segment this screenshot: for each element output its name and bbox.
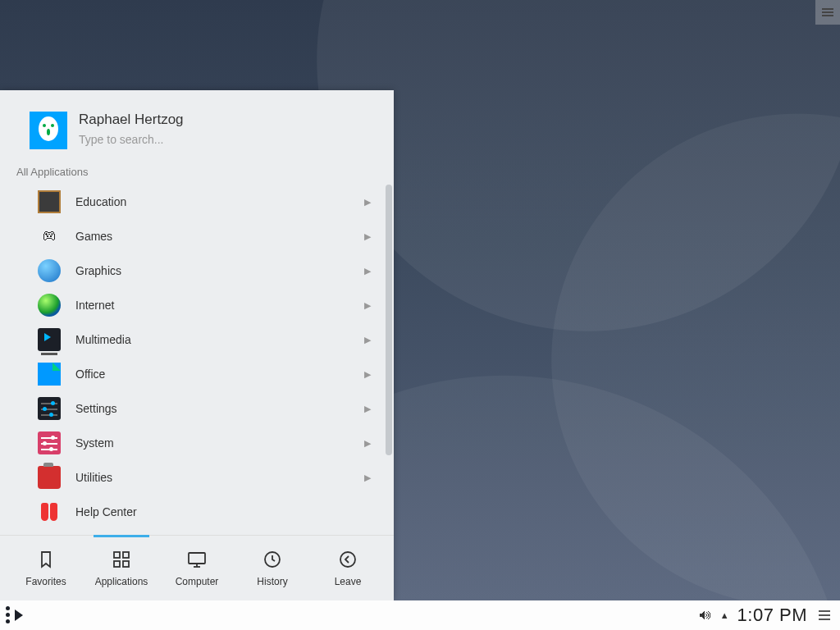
application-launcher-menu: Raphael Hertzog All Applications Educati… <box>0 90 394 600</box>
category-item-multimedia[interactable]: Multimedia▶ <box>0 322 387 357</box>
tab-leave[interactable]: Leave <box>310 536 386 600</box>
category-label: System <box>75 436 349 450</box>
back-circle-icon <box>338 550 358 569</box>
chevron-right-icon: ▶ <box>364 231 371 242</box>
tab-computer[interactable]: Computer <box>159 536 235 600</box>
tab-label: Favorites <box>25 576 66 587</box>
tab-applications[interactable]: Applications <box>84 536 159 600</box>
tab-history[interactable]: History <box>235 536 310 600</box>
search-input[interactable] <box>79 133 377 146</box>
tray-expand-arrow[interactable]: ▲ <box>720 610 729 620</box>
tab-label: Applications <box>95 576 148 587</box>
category-item-games[interactable]: 🎮︎Games▶ <box>0 219 387 253</box>
svg-rect-5 <box>123 552 129 558</box>
launcher-tabs: FavoritesApplicationsComputerHistoryLeav… <box>0 535 394 600</box>
category-item-settings[interactable]: Settings▶ <box>0 391 387 426</box>
system-tray: 🔊︎ ▲ 1:07 PM <box>699 605 840 626</box>
volume-icon[interactable]: 🔊︎ <box>699 608 712 623</box>
plasma-logo-icon <box>4 605 25 626</box>
chevron-right-icon: ▶ <box>364 404 371 414</box>
svg-rect-4 <box>114 552 120 558</box>
category-item-graphics[interactable]: Graphics▶ <box>0 253 387 288</box>
clock[interactable]: 1:07 PM <box>737 605 807 626</box>
category-label: Utilities <box>75 471 349 484</box>
chevron-right-icon: ▶ <box>364 369 371 380</box>
bookmark-icon <box>36 550 56 569</box>
svg-rect-6 <box>114 561 120 567</box>
category-label: Multimedia <box>75 333 349 346</box>
category-label: Office <box>75 368 349 381</box>
office-icon <box>38 363 61 386</box>
tab-favorites[interactable]: Favorites <box>8 536 84 600</box>
category-label: Help Center <box>75 505 371 518</box>
category-item-system[interactable]: System▶ <box>0 426 387 460</box>
category-label: Internet <box>75 299 349 312</box>
category-item-help-center[interactable]: Help Center <box>0 495 387 529</box>
hamburger-icon <box>822 8 833 16</box>
category-label: Education <box>75 195 349 208</box>
grid-icon <box>112 550 131 569</box>
user-avatar[interactable] <box>30 112 67 149</box>
svg-point-3 <box>47 129 50 135</box>
system-icon <box>38 431 61 454</box>
desktop-hamburger-button[interactable] <box>815 0 840 25</box>
category-item-education[interactable]: Education▶ <box>0 185 387 219</box>
chevron-right-icon: ▶ <box>364 438 371 449</box>
category-item-internet[interactable]: Internet▶ <box>0 288 387 322</box>
svg-rect-8 <box>189 553 205 564</box>
panel-config-button[interactable] <box>815 607 833 623</box>
category-label: Settings <box>75 402 349 415</box>
tab-label: History <box>257 576 287 587</box>
application-launcher-button[interactable] <box>0 600 30 630</box>
scrollbar-thumb[interactable] <box>386 185 392 455</box>
svg-rect-7 <box>123 561 129 567</box>
clock-icon <box>262 550 282 569</box>
tab-label: Leave <box>335 576 362 587</box>
taskbar: 🔊︎ ▲ 1:07 PM <box>0 600 840 630</box>
settings-icon <box>38 397 61 420</box>
chevron-right-icon: ▶ <box>364 335 371 345</box>
games-icon: 🎮︎ <box>38 225 61 248</box>
category-item-office[interactable]: Office▶ <box>0 357 387 391</box>
svg-point-12 <box>340 552 355 567</box>
help-icon <box>38 500 61 523</box>
chevron-right-icon: ▶ <box>364 300 371 311</box>
utilities-icon <box>38 466 61 489</box>
education-icon <box>38 190 61 213</box>
category-label: Games <box>75 230 349 243</box>
category-list: Education▶🎮︎Games▶Graphics▶Internet▶Mult… <box>0 185 394 535</box>
user-name-label: Raphael Hertzog <box>79 112 377 128</box>
monitor-icon <box>187 550 207 569</box>
internet-icon <box>38 294 61 317</box>
svg-point-1 <box>43 124 46 127</box>
chevron-right-icon: ▶ <box>364 472 371 483</box>
section-heading: All Applications <box>0 162 394 185</box>
chevron-right-icon: ▶ <box>364 266 371 276</box>
chevron-right-icon: ▶ <box>364 197 371 208</box>
svg-point-2 <box>51 124 54 127</box>
tab-label: Computer <box>176 576 219 587</box>
category-label: Graphics <box>75 264 349 277</box>
category-item-utilities[interactable]: Utilities▶ <box>0 460 387 495</box>
multimedia-icon <box>38 328 61 351</box>
graphics-icon <box>38 259 61 282</box>
